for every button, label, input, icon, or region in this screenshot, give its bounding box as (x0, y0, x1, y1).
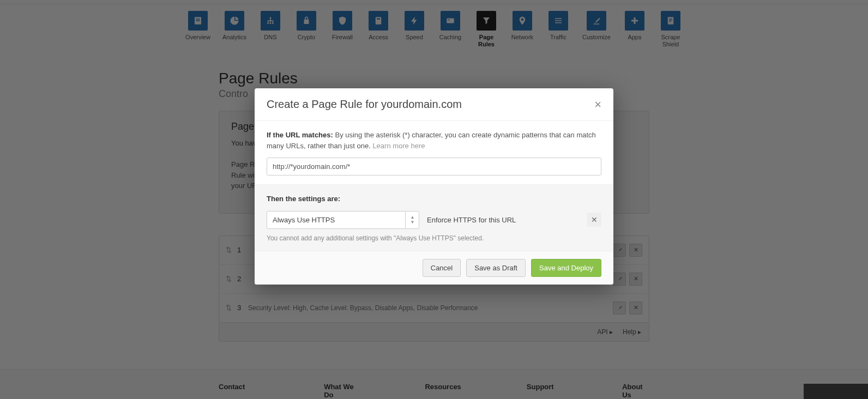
close-icon[interactable]: × (594, 99, 601, 111)
setting-description: Enforce HTTPS for this URL (427, 216, 580, 224)
url-pattern-input[interactable] (267, 158, 601, 176)
modal-title: Create a Page Rule for yourdomain.com (267, 98, 462, 111)
settings-label: Then the settings are: (267, 195, 340, 203)
save-draft-button[interactable]: Save as Draft (466, 259, 526, 277)
url-match-description: If the URL matches: By using the asteris… (267, 130, 601, 151)
setting-select[interactable] (267, 211, 419, 229)
select-stepper-icon[interactable]: ▲▼ (405, 211, 419, 229)
settings-hint: You cannot add any additional settings w… (267, 234, 601, 242)
learn-more-link[interactable]: Learn more here (372, 142, 425, 150)
save-deploy-button[interactable]: Save and Deploy (531, 259, 601, 277)
bottom-right-widget[interactable] (804, 384, 868, 399)
url-match-label: If the URL matches: (267, 131, 333, 139)
cancel-button[interactable]: Cancel (423, 259, 461, 277)
modal-overlay: Create a Page Rule for yourdomain.com × … (0, 0, 868, 399)
create-page-rule-modal: Create a Page Rule for yourdomain.com × … (255, 88, 613, 285)
remove-setting-button[interactable]: ✕ (587, 213, 601, 227)
